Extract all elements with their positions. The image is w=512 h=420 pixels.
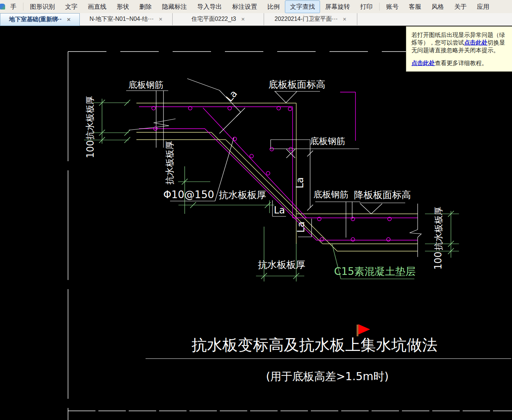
cad-label: 底板钢筋 — [310, 136, 345, 146]
popup-text: 查看更多详细教程。 — [435, 60, 487, 66]
tab-close-icon[interactable]: × — [343, 16, 346, 23]
cad-label: 抗水板板厚 — [433, 207, 444, 250]
rebar-line — [203, 108, 306, 218]
rebar-section-circle — [320, 238, 324, 241]
menu-item-11[interactable]: 文字查找 — [285, 0, 320, 13]
menu-item-1[interactable]: 手 — [5, 0, 22, 13]
rebar-section-circle — [270, 147, 274, 151]
cad-label: 抗水板板厚 — [165, 141, 175, 185]
tab-label: 住宅平面0222_t3 — [192, 15, 236, 23]
rebar-section-circle — [266, 171, 270, 175]
tab-label: N-地下室-N01~N04-结··· — [90, 15, 154, 23]
menu-separator — [379, 3, 380, 11]
menu-item-10[interactable]: 比例 — [262, 0, 285, 13]
drawing-title: 抗水板变标高及抗水板上集水坑做法 — [191, 336, 437, 354]
menu-item-12[interactable]: 屏幕旋转 — [320, 0, 355, 13]
tab-close-icon[interactable]: × — [241, 16, 245, 23]
rebar-section-circle — [288, 107, 292, 111]
cad-label: C15素混凝土垫层 — [334, 265, 415, 277]
menu-item-18[interactable]: 应用 — [472, 0, 494, 13]
menu-item-6[interactable]: 删除 — [134, 0, 157, 13]
menu-item-2[interactable]: 图形识别 — [25, 0, 60, 13]
document-tab-bar: 地下室基础(重新绑··×N-地下室-N01~N04-结···×住宅平面0222_… — [0, 13, 512, 26]
cad-label: La — [295, 222, 306, 232]
rebar-section-circle — [351, 238, 355, 241]
menu-item-9[interactable]: 标注设置 — [227, 0, 262, 13]
menu-item-4[interactable]: 画直线 — [83, 0, 112, 13]
cad-label: 抗水板板厚 — [219, 189, 266, 200]
flag-pole — [357, 325, 358, 336]
annotation-line — [286, 91, 297, 103]
rebar-section-circle — [387, 238, 390, 241]
popup-link[interactable]: 点击此处 — [464, 39, 487, 46]
annotation-line — [371, 204, 382, 214]
menu-separator — [23, 3, 23, 11]
document-tab-1[interactable]: 地下室基础(重新绑··× — [0, 13, 80, 26]
annotation-line — [187, 79, 219, 90]
popup-text: 切换显 — [487, 39, 505, 46]
cad-canvas[interactable]: 底板钢筋底板板面标高底板钢筋底板钢筋降板板面标高Φ10@150抗水板板厚抗水板板… — [0, 26, 512, 420]
cad-label: 底板钢筋 — [313, 189, 349, 200]
cad-label: La — [294, 177, 305, 188]
cad-label: 底板板面标高 — [268, 79, 325, 90]
tab-close-icon[interactable]: × — [159, 16, 162, 23]
cad-label: 抗水板板厚 — [258, 259, 305, 270]
menu-item-16[interactable]: 风格 — [426, 0, 449, 13]
document-tab-3[interactable]: 住宅平面0222_t3× — [173, 13, 264, 25]
menu-item-14[interactable]: 账号 — [381, 0, 404, 13]
cad-label: 100 — [433, 251, 444, 270]
menu-item-8[interactable]: 导入导出 — [192, 0, 227, 13]
menu-item-13[interactable]: 打印 — [355, 0, 378, 13]
notice-popup: 若打开图纸后出现显示异常问题（绿烁等），您可以尝试点击此处切换显无问题请直接忽略… — [406, 26, 512, 72]
popup-text: 无问题请直接忽略并关闭本提示。 — [411, 47, 499, 53]
menu-item-3[interactable]: 文字 — [60, 0, 83, 13]
cad-drawing: 底板钢筋底板板面标高底板钢筋底板钢筋降板板面标高Φ10@150抗水板板厚抗水板板… — [0, 26, 512, 420]
annotation-line — [360, 204, 371, 214]
tab-label: 20220214-门卫室平面··· — [275, 15, 338, 23]
drawing-subtitle: (用于底板高差>1.5m时) — [266, 370, 388, 383]
popup-text: 若打开图纸后出现显示异常问题（绿 — [411, 32, 505, 38]
menu-bar: 手图形识别文字画直线形状删除隐藏标注导入导出标注设置比例文字查找屏幕旋转打印账号… — [0, 0, 512, 14]
cad-label: 降板板面标高 — [354, 189, 411, 200]
menu-item-7[interactable]: 隐藏标注 — [157, 0, 192, 13]
app-logo-icon — [0, 4, 5, 10]
menu-item-17[interactable]: 关于 — [449, 0, 472, 13]
menu-item-15[interactable]: 客服 — [404, 0, 426, 13]
cad-label: Φ10@150 — [163, 189, 214, 201]
cad-label: 抗水板板厚 — [85, 96, 95, 140]
tab-label: 地下室基础(重新绑·· — [9, 16, 62, 23]
cad-label: La — [274, 205, 285, 216]
tab-close-icon[interactable]: × — [67, 16, 71, 23]
document-tab-4[interactable]: 20220214-门卫室平面···× — [264, 13, 357, 25]
break-line — [410, 230, 421, 237]
menu-item-5[interactable]: 形状 — [112, 0, 134, 13]
cad-label: La — [224, 88, 240, 104]
cad-label: 100 — [85, 140, 96, 158]
popup-link[interactable]: 点击此处 — [411, 60, 435, 66]
cad-label: 底板钢筋 — [128, 80, 163, 90]
rebar-section-circle — [250, 154, 253, 158]
annotation-line — [275, 91, 286, 103]
popup-text: 烁等），您可以尝试 — [411, 39, 464, 46]
rebar-section-circle — [289, 147, 293, 151]
flag-marker-icon[interactable] — [358, 324, 370, 334]
document-tab-2[interactable]: N-地下室-N01~N04-结···× — [80, 13, 173, 25]
